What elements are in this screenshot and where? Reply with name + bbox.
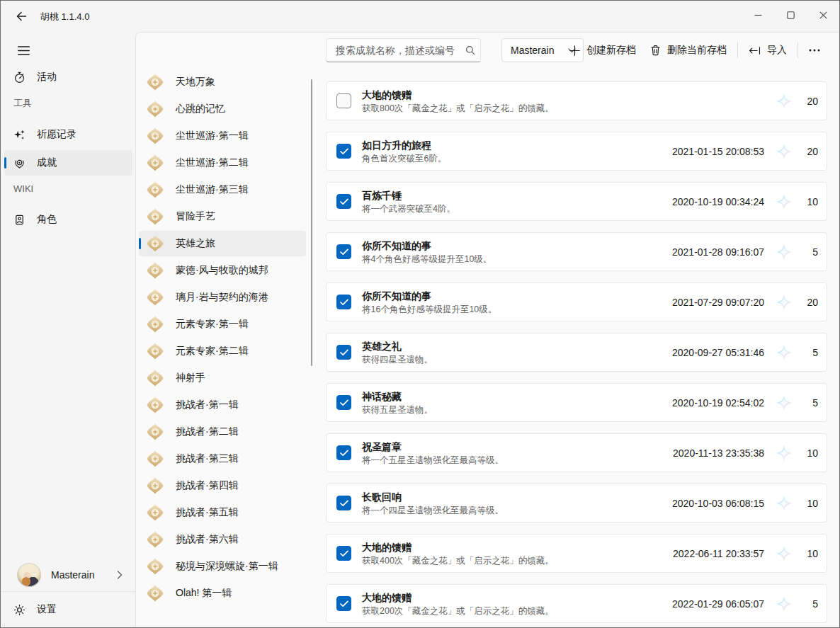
achievement-title: 大地的馈赠 (362, 88, 554, 102)
achievement-date: 2020-10-19 00:34:24 (672, 196, 764, 207)
category-item[interactable]: 神射手 (139, 365, 306, 391)
sidebar-divider (1, 591, 135, 592)
achievement-card: 大地的馈赠 获取200次「藏金之花」或「启示之花」的馈藏。 2022-01-29… (326, 584, 827, 623)
category-item[interactable]: 天地万象 (139, 69, 306, 95)
create-archive-button[interactable]: 创建新存档 (562, 38, 643, 62)
category-item[interactable]: 英雄之旅 (139, 231, 306, 256)
achievement-checkbox[interactable] (336, 144, 351, 159)
character-icon (13, 213, 25, 226)
import-label: 导入 (767, 44, 787, 57)
ellipsis-icon (809, 49, 820, 52)
sidebar-item-achievements[interactable]: 成就 (4, 150, 132, 176)
achievement-checkbox[interactable] (336, 244, 351, 259)
check-icon (340, 600, 348, 607)
category-item[interactable]: 尘世巡游·第一辑 (139, 123, 306, 149)
minimize-button[interactable] (742, 1, 774, 29)
category-item[interactable]: 蒙德·风与牧歌的城邦 (139, 258, 306, 283)
category-item[interactable]: 璃月·岩与契约的海港 (139, 285, 306, 310)
category-emblem-icon (146, 476, 164, 495)
check-icon (340, 399, 348, 406)
achievement-checkbox[interactable] (336, 496, 351, 510)
category-item[interactable]: 尘世巡游·第三辑 (139, 177, 306, 202)
achievement-title: 百炼千锤 (362, 188, 455, 202)
settings-label: 设置 (37, 603, 57, 616)
achievement-description: 将4个角色好感等级提升至10级。 (362, 253, 492, 266)
achievement-description: 角色首次突破至6阶。 (362, 152, 446, 165)
category-emblem-icon (146, 207, 164, 226)
category-emblem-icon (146, 369, 164, 387)
category-item[interactable]: 挑战者·第四辑 (139, 473, 306, 498)
maximize-button[interactable] (774, 1, 807, 29)
achievement-checkbox[interactable] (336, 395, 351, 410)
category-item[interactable]: 尘世巡游·第二辑 (139, 150, 306, 176)
search-input[interactable] (334, 44, 465, 57)
achievement-title: 你所不知道的事 (362, 239, 492, 253)
sidebar-item-wish-records[interactable]: 祈愿记录 (4, 122, 132, 147)
search-icon (465, 45, 475, 55)
category-label: 挑战者·第一辑 (176, 399, 239, 411)
category-item[interactable]: 秘境与深境螺旋·第一辑 (139, 554, 306, 579)
category-label: 尘世巡游·第一辑 (176, 130, 249, 142)
category-item[interactable]: 挑战者·第六辑 (139, 527, 306, 552)
achievement-checkbox[interactable] (336, 194, 351, 209)
check-icon (340, 349, 348, 356)
category-item[interactable]: 挑战者·第一辑 (139, 392, 306, 418)
category-item[interactable]: 冒险手艺 (139, 204, 306, 229)
category-label: 冒险手艺 (176, 210, 215, 223)
primogem-icon (776, 545, 793, 562)
sidebar-item-characters[interactable]: 角色 (4, 207, 132, 232)
user-account-item[interactable]: Masterain (4, 559, 132, 591)
check-icon (340, 500, 348, 507)
more-options-button[interactable] (802, 38, 827, 62)
category-label: 挑战者·第六辑 (176, 533, 239, 546)
achievement-date: 2021-01-15 20:08:53 (672, 146, 764, 157)
category-item[interactable]: 挑战者·第二辑 (139, 419, 306, 445)
achievement-date: 2020-10-19 02:54:02 (672, 397, 764, 409)
command-bar: 创建新存档 删除当前存档 导入 (562, 38, 827, 62)
category-item[interactable]: Olah! 第一辑 (139, 581, 306, 606)
import-button[interactable]: 导入 (742, 38, 794, 62)
achievement-description: 获得五星圣遗物。 (362, 404, 433, 416)
category-item[interactable]: 元素专家·第一辑 (139, 312, 306, 337)
search-box (326, 38, 481, 62)
category-item[interactable]: 挑战者·第五辑 (139, 500, 306, 525)
category-label: 挑战者·第五辑 (176, 506, 239, 519)
achievement-checkbox[interactable] (336, 93, 351, 108)
activity-icon (13, 71, 25, 84)
achievement-title: 大地的馈赠 (362, 540, 554, 554)
category-label: 秘境与深境螺旋·第一辑 (176, 560, 278, 573)
category-item[interactable]: 心跳的记忆 (139, 96, 306, 122)
achievement-card: 你所不知道的事 将16个角色好感等级提升至10级。 2021-07-29 09:… (326, 282, 827, 321)
close-button[interactable] (807, 1, 839, 29)
create-archive-label: 创建新存档 (586, 44, 636, 57)
achievement-text: 英雄之礼 获得四星圣遗物。 (362, 339, 433, 366)
category-scrollbar[interactable] (311, 79, 312, 366)
category-label: 尘世巡游·第二辑 (176, 156, 249, 169)
sidebar-item-settings[interactable]: 设置 (4, 596, 132, 623)
nav-toggle-button[interactable] (10, 39, 37, 62)
achievement-checkbox[interactable] (336, 546, 351, 561)
category-emblem-icon (146, 396, 164, 414)
achievement-card: 百炼千锤 将一个武器突破至4阶。 2020-10-19 00:34:24 10 (326, 182, 827, 221)
sidebar-item-activity[interactable]: 活动 (4, 64, 132, 90)
delete-archive-button[interactable]: 删除当前存档 (643, 38, 734, 62)
toolbar-divider (737, 42, 738, 58)
category-label: 挑战者·第三辑 (176, 452, 239, 465)
sidebar-item-label: 角色 (37, 213, 57, 226)
achievement-checkbox[interactable] (336, 445, 351, 460)
achievement-checkbox[interactable] (336, 295, 351, 309)
achievement-date: 2020-11-13 23:35:38 (673, 447, 764, 459)
achievement-card: 祝圣篇章 将一个五星圣遗物强化至最高等级。 2020-11-13 23:35:3… (326, 433, 827, 472)
check-icon (340, 550, 348, 557)
category-label: 璃月·岩与契约的海港 (176, 291, 268, 304)
achievement-meta: 2020-11-13 23:35:38 10 (673, 434, 818, 472)
achievement-reward-count: 20 (802, 297, 818, 308)
achievement-checkbox[interactable] (336, 596, 351, 611)
category-emblem-icon (146, 154, 164, 172)
category-emblem-icon (146, 100, 164, 118)
back-button[interactable] (9, 7, 33, 25)
primogem-icon (776, 445, 793, 462)
category-item[interactable]: 元素专家·第二辑 (139, 338, 306, 364)
category-item[interactable]: 挑战者·第三辑 (139, 446, 306, 472)
achievement-checkbox[interactable] (336, 345, 351, 360)
